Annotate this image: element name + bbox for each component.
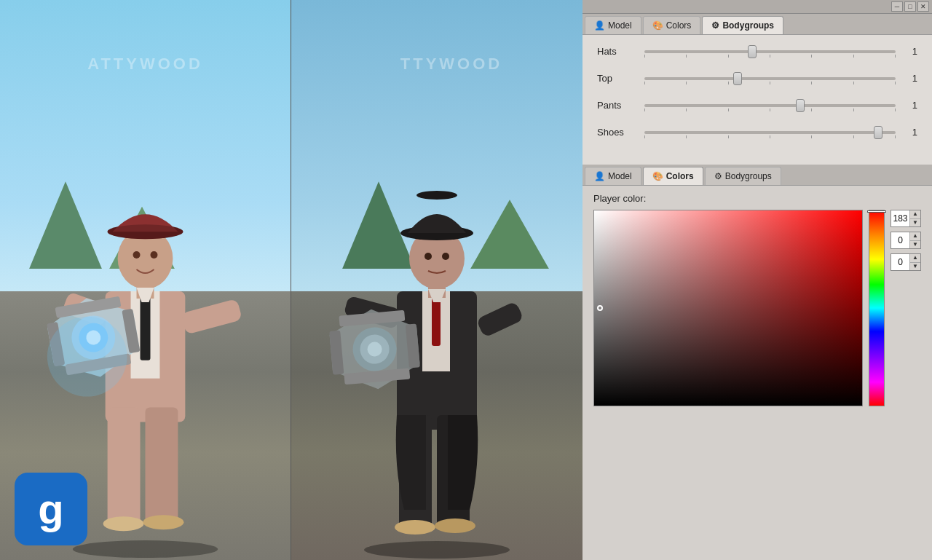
- svg-point-25: [47, 317, 127, 397]
- svg-point-5: [143, 515, 184, 529]
- hats-label: Hats: [597, 46, 637, 57]
- window-chrome: ─ □ ✕: [582, 0, 932, 14]
- top-tab-colors[interactable]: 🎨 Colors: [643, 16, 701, 34]
- svg-rect-16: [181, 299, 242, 335]
- top-tab-model[interactable]: 👤 Model: [585, 16, 641, 34]
- gear-icon-2: ⚙: [714, 171, 722, 181]
- bodygroups-content: Hats 1 Top: [582, 35, 932, 165]
- svg-rect-7: [141, 295, 151, 360]
- right-panel: ─ □ ✕ 👤 Model 🎨 Colors ⚙ Bodygroups Hats: [582, 0, 932, 560]
- shoes-label: Shoes: [597, 127, 637, 138]
- color-picker-handle[interactable]: [597, 305, 603, 311]
- gmod-logo: g: [15, 473, 87, 545]
- svg-rect-33: [432, 295, 441, 346]
- viewport: ATTYWOOD: [0, 0, 582, 560]
- r-input-group: 183 ▲ ▼: [890, 210, 921, 227]
- shoes-track[interactable]: [644, 131, 896, 134]
- b-spinner: ▲ ▼: [909, 254, 920, 270]
- top-tab-bodygroups[interactable]: ⚙ Bodygroups: [702, 16, 783, 34]
- hats-value: 1: [903, 46, 917, 57]
- hats-track[interactable]: [644, 50, 896, 53]
- bottom-tab-bar: 👤 Model 🎨 Colors ⚙ Bodygroups: [582, 165, 932, 186]
- character-right: [291, 0, 582, 560]
- color-gradient-box[interactable]: [593, 210, 863, 406]
- b-input-group: 0 ▲ ▼: [890, 253, 921, 271]
- colors-content: Player color:: [582, 186, 932, 560]
- top-label: Top: [597, 73, 637, 84]
- b-up-button[interactable]: ▲: [910, 254, 920, 263]
- viewport-right: TTYWOOD: [291, 0, 582, 560]
- svg-rect-2: [108, 408, 141, 524]
- svg-point-30: [395, 520, 435, 535]
- bodygroups-panel: ─ □ ✕ 👤 Model 🎨 Colors ⚙ Bodygroups Hats: [582, 0, 932, 165]
- g-input-box[interactable]: 0 ▲ ▼: [890, 232, 921, 249]
- svg-point-26: [364, 541, 510, 559]
- g-value: 0: [891, 235, 909, 245]
- close-button[interactable]: ✕: [917, 1, 929, 12]
- svg-point-14: [150, 251, 157, 259]
- svg-point-38: [416, 191, 457, 200]
- top-slider-row: Top 1: [597, 73, 917, 84]
- gmod-letter: g: [38, 488, 63, 530]
- svg-point-0: [73, 540, 218, 558]
- pants-slider-row: Pants 1: [597, 100, 917, 111]
- bottom-tab-colors[interactable]: 🎨 Colors: [643, 167, 703, 185]
- svg-point-31: [435, 518, 475, 533]
- top-value: 1: [903, 73, 917, 84]
- palette-icon-2: 🎨: [652, 171, 663, 181]
- r-up-button[interactable]: ▲: [910, 210, 920, 219]
- g-down-button[interactable]: ▼: [910, 241, 920, 249]
- r-input-box[interactable]: 183 ▲ ▼: [890, 210, 921, 227]
- player-color-label: Player color:: [593, 193, 921, 204]
- svg-rect-42: [476, 301, 524, 338]
- pants-track[interactable]: [644, 104, 896, 107]
- minimize-button[interactable]: ─: [891, 1, 903, 12]
- pants-label: Pants: [597, 100, 637, 111]
- svg-point-12: [108, 224, 183, 239]
- r-down-button[interactable]: ▼: [910, 219, 920, 227]
- top-tab-bar: 👤 Model 🎨 Colors ⚙ Bodygroups: [582, 14, 932, 35]
- b-down-button[interactable]: ▼: [910, 263, 920, 271]
- b-value: 0: [891, 257, 909, 267]
- colors-panel: 👤 Model 🎨 Colors ⚙ Bodygroups Player col…: [582, 165, 932, 560]
- palette-icon: 🎨: [652, 20, 663, 31]
- bottom-tab-model[interactable]: 👤 Model: [585, 167, 641, 185]
- r-spinner: ▲ ▼: [909, 210, 920, 226]
- g-up-button[interactable]: ▲: [910, 232, 920, 241]
- svg-point-39: [424, 253, 432, 260]
- pants-value: 1: [903, 100, 917, 111]
- person-icon-2: 👤: [594, 171, 605, 181]
- person-icon: 👤: [594, 20, 605, 31]
- color-picker-area: 183 ▲ ▼ 0 ▲ ▼: [593, 210, 921, 553]
- gear-icon: ⚙: [711, 20, 719, 31]
- r-value: 183: [891, 213, 909, 224]
- b-input-box[interactable]: 0 ▲ ▼: [890, 253, 921, 271]
- svg-point-4: [103, 516, 144, 531]
- hue-bar[interactable]: [869, 210, 885, 406]
- shoes-value: 1: [903, 127, 917, 138]
- hue-handle[interactable]: [867, 210, 886, 213]
- svg-rect-3: [146, 408, 178, 524]
- rgb-inputs: 183 ▲ ▼ 0 ▲ ▼: [890, 210, 921, 553]
- g-spinner: ▲ ▼: [909, 232, 920, 248]
- maximize-button[interactable]: □: [904, 1, 916, 12]
- g-input-group: 0 ▲ ▼: [890, 232, 921, 249]
- shoes-slider-row: Shoes 1: [597, 127, 917, 138]
- bottom-tab-bodygroups[interactable]: ⚙ Bodygroups: [705, 167, 781, 185]
- hats-slider-row: Hats 1: [597, 46, 917, 57]
- svg-point-40: [442, 253, 449, 260]
- svg-point-13: [133, 251, 141, 259]
- top-track[interactable]: [644, 77, 896, 80]
